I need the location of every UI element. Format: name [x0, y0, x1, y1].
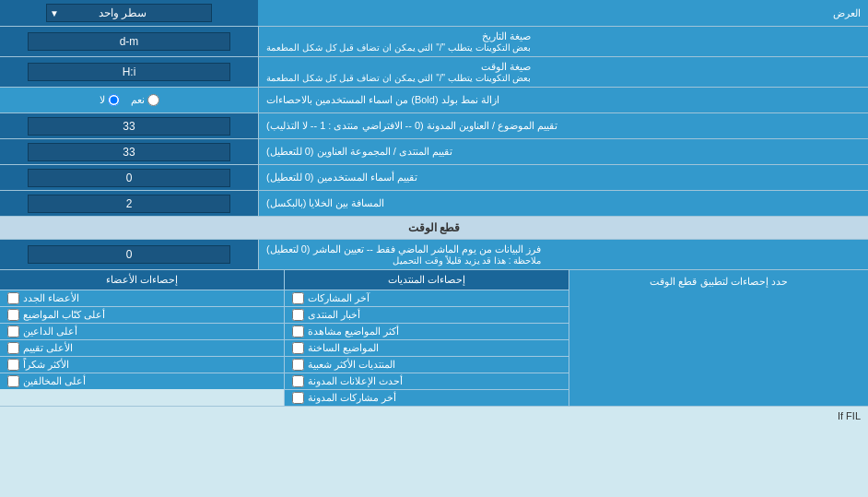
checkbox-col2-0[interactable] — [7, 292, 19, 304]
list-item: المنتديات الأكثر شعبية — [285, 357, 569, 373]
forum-sort-input[interactable] — [28, 143, 230, 161]
usernames-sort-input-cell — [0, 165, 258, 190]
list-item: الأعلى تقييم — [0, 340, 284, 357]
usernames-sort-input[interactable] — [28, 169, 230, 187]
list-item: أخر مشاركات المدونة — [285, 390, 569, 406]
list-item: أخبار المنتدى — [285, 307, 569, 324]
checkbox-col1-2[interactable] — [292, 325, 304, 337]
col1-container: إحصاءات المنتديات آخر المشاركات أخبار ال… — [284, 270, 569, 406]
topics-sort-input-cell — [0, 113, 258, 138]
cell-spacing-row: المسافة بين الخلايا (بالبكسل) — [0, 191, 868, 217]
col2-container: إحصاءات الأعضاء الأعضاء الجدد أعلى كتّاب… — [0, 270, 284, 406]
topics-sort-input[interactable] — [28, 117, 230, 136]
col2-header: إحصاءات الأعضاء — [0, 270, 284, 290]
list-item: أعلى كتّاب المواضيع — [0, 307, 284, 324]
col1-header: إحصاءات المنتديات — [285, 270, 569, 290]
cell-spacing-input[interactable] — [28, 195, 230, 213]
date-format-input-cell — [0, 27, 258, 56]
checkbox-col1-5[interactable] — [292, 375, 304, 387]
header-row: العرض سطر واحد سطران ثلاثة أسطر ▼ — [0, 0, 868, 27]
cell-spacing-label: المسافة بين الخلايا (بالبكسل) — [258, 191, 868, 216]
topics-sort-row: تقييم الموضوع / العناوين المدونة (0 -- ا… — [0, 113, 868, 139]
header-label: العرض — [258, 4, 868, 23]
list-item: أعلى المخالفين — [0, 373, 284, 389]
time-cutoff-label: فرز البيانات من يوم الماشر الماضي فقط --… — [258, 240, 868, 269]
list-item: المواضيع الساخنة — [285, 340, 569, 357]
time-format-row: صيغة الوقت بعض التكوينات يتطلب "/" التي … — [0, 57, 868, 88]
checkbox-col1-4[interactable] — [292, 359, 304, 371]
bold-no-label[interactable]: لا — [100, 94, 120, 106]
time-cutoff-input[interactable] — [28, 245, 230, 264]
bold-remove-radio-cell: نعم لا — [0, 88, 258, 112]
list-item: آخر المشاركات — [285, 290, 569, 307]
list-item: أكثر المواضيع مشاهدة — [285, 324, 569, 340]
usernames-sort-row: تقييم أسماء المستخدمين (0 للتعطيل) — [0, 165, 868, 191]
list-item: أعلى الداعين — [0, 324, 284, 340]
checkbox-col2-2[interactable] — [7, 325, 19, 337]
usernames-sort-label: تقييم أسماء المستخدمين (0 للتعطيل) — [258, 165, 868, 190]
time-cutoff-row: فرز البيانات من يوم الماشر الماضي فقط --… — [0, 240, 868, 270]
forum-sort-row: تقييم المنتدى / المجموعة العناوين (0 للت… — [0, 139, 868, 165]
checkbox-col2-3[interactable] — [7, 342, 19, 354]
time-format-label: صيغة الوقت بعض التكوينات يتطلب "/" التي … — [258, 57, 868, 87]
bold-remove-row: ازالة نمط بولد (Bold) من اسماء المستخدمي… — [0, 88, 868, 113]
checkbox-col2-5[interactable] — [7, 375, 19, 387]
col2-items: الأعضاء الجدد أعلى كتّاب المواضيع أعلى ا… — [0, 290, 284, 389]
date-format-input[interactable] — [28, 32, 230, 51]
bold-yes-label[interactable]: نعم — [131, 94, 159, 106]
bold-no-radio[interactable] — [108, 94, 120, 106]
header-dropdown-cell: سطر واحد سطران ثلاثة أسطر ▼ — [0, 0, 258, 26]
checkbox-col2-1[interactable] — [7, 309, 19, 321]
time-cutoff-input-cell — [0, 240, 258, 269]
time-format-input[interactable] — [28, 63, 230, 81]
checkbox-col1-1[interactable] — [292, 309, 304, 321]
col1-items: آخر المشاركات أخبار المنتدى أكثر المواضي… — [285, 290, 569, 406]
cell-spacing-input-cell — [0, 191, 258, 216]
time-cutoff-header: قطع الوقت — [0, 217, 868, 240]
checkbox-col2-4[interactable] — [7, 359, 19, 371]
bold-remove-label: ازالة نمط بولد (Bold) من اسماء المستخدمي… — [258, 88, 868, 112]
checkbox-col1-6[interactable] — [292, 392, 304, 404]
list-item: الأعضاء الجدد — [0, 290, 284, 307]
display-dropdown-wrapper: سطر واحد سطران ثلاثة أسطر ▼ — [46, 4, 212, 22]
list-item: أحدث الإعلانات المدونة — [285, 373, 569, 390]
checkbox-col1-3[interactable] — [292, 342, 304, 354]
checkboxes-outer-row: حدد إحصاءات لتطبيق قطع الوقت إحصاءات الم… — [0, 270, 868, 407]
forum-sort-label: تقييم المنتدى / المجموعة العناوين (0 للت… — [258, 139, 868, 164]
time-format-input-cell — [0, 57, 258, 87]
checkbox-col1-0[interactable] — [292, 292, 304, 304]
date-format-label: صيغة التاريخ بعض التكوينات يتطلب "/" الت… — [258, 27, 868, 56]
bold-yes-radio[interactable] — [147, 94, 159, 106]
list-item: الأكثر شكراً — [0, 357, 284, 373]
display-dropdown[interactable]: سطر واحد سطران ثلاثة أسطر — [46, 4, 212, 22]
limit-label-cell: حدد إحصاءات لتطبيق قطع الوقت — [569, 270, 868, 406]
bottom-text: If FIL — [0, 407, 868, 425]
date-format-row: صيغة التاريخ بعض التكوينات يتطلب "/" الت… — [0, 27, 868, 57]
topics-sort-label: تقييم الموضوع / العناوين المدونة (0 -- ا… — [258, 113, 868, 138]
forum-sort-input-cell — [0, 139, 258, 164]
